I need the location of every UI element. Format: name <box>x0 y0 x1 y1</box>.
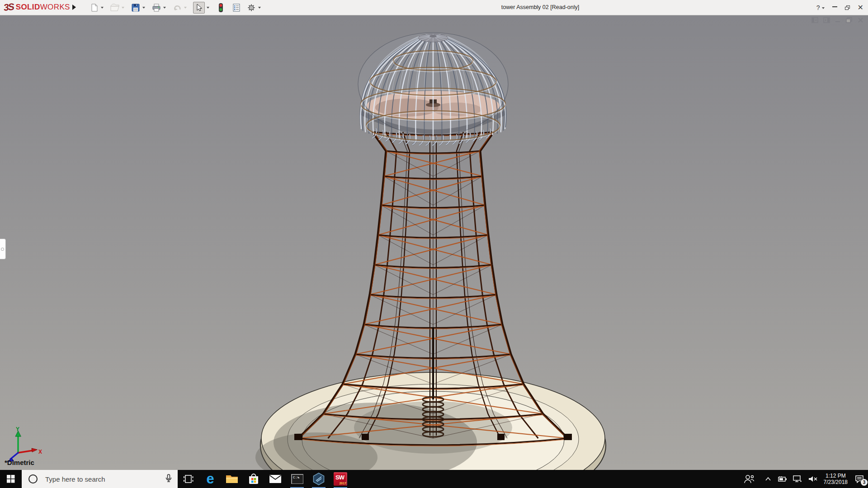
save-button[interactable] <box>130 2 150 14</box>
undo-button <box>172 2 191 14</box>
people-icon <box>744 474 755 483</box>
mail-icon <box>269 474 282 483</box>
document-title: tower Assembly 02 [Read-only] <box>501 4 579 10</box>
open-dropdown <box>122 7 124 9</box>
file-explorer-button[interactable] <box>221 470 243 488</box>
print-dropdown[interactable] <box>163 7 166 9</box>
command-prompt-icon: C:\ <box>291 474 303 484</box>
main-toolbar <box>89 0 267 15</box>
dassault-logo-mark: 3S <box>3 1 14 13</box>
file-properties-button[interactable] <box>231 2 242 14</box>
cortana-icon[interactable] <box>28 474 38 483</box>
network-button[interactable] <box>793 475 802 483</box>
search-placeholder: Type here to search <box>45 475 105 483</box>
task-view-icon <box>183 474 194 484</box>
help-dropdown[interactable] <box>822 7 825 9</box>
microsoft-store-button[interactable] <box>243 470 264 488</box>
edge-browser-button[interactable]: e <box>199 470 221 488</box>
select-cursor-icon <box>193 2 205 14</box>
toolbar-flyout-arrow[interactable] <box>72 5 76 10</box>
undo-icon <box>172 3 182 13</box>
triad-x-label: X <box>38 449 42 455</box>
options-dropdown[interactable] <box>258 7 261 9</box>
feature-manager-tab-dot <box>1 248 4 251</box>
viewport-minimize-icon[interactable] <box>835 17 841 23</box>
restore-icon <box>845 5 850 10</box>
close-button[interactable]: ✕ <box>858 3 863 12</box>
edge-icon: e <box>206 472 214 486</box>
network-icon <box>793 475 802 483</box>
system-tray: 1:12 PM 7/23/2018 3 <box>744 473 868 485</box>
microphone-icon[interactable] <box>165 474 172 484</box>
show-display-pane-icon[interactable] <box>823 17 830 23</box>
solidworks-logo: 3S SOLIDWORKS <box>4 2 70 13</box>
graphics-area[interactable]: Y X *Dimetric <box>0 15 868 470</box>
battery-icon <box>777 476 787 482</box>
edrawings-viewer-icon <box>312 473 325 485</box>
save-dropdown[interactable] <box>142 7 145 9</box>
save-floppy-icon <box>131 3 141 13</box>
new-document-button[interactable] <box>89 2 108 14</box>
rebuild-traffic-light-icon <box>216 3 226 13</box>
solidworks-2017-icon: SW 2017 <box>334 472 347 486</box>
start-button[interactable] <box>0 470 22 488</box>
taskbar-search[interactable]: Type here to search <box>22 470 178 488</box>
open-button[interactable] <box>109 2 129 14</box>
options-gear-icon <box>246 3 256 13</box>
new-document-icon <box>89 3 99 13</box>
select-tool-button[interactable] <box>193 1 214 14</box>
viewport-close-icon[interactable] <box>858 17 863 23</box>
select-dropdown[interactable] <box>207 7 209 9</box>
show-feature-pane-icon[interactable] <box>811 17 818 23</box>
print-button[interactable] <box>151 2 170 14</box>
undo-dropdown <box>184 7 187 9</box>
solidworks-logo-text: SOLIDWORKS <box>16 3 70 12</box>
solidworks-2017-button[interactable]: SW 2017 <box>330 470 351 488</box>
taskbar-clock[interactable]: 1:12 PM 7/23/2018 <box>824 473 848 485</box>
tray-date: 7/23/2018 <box>824 479 848 485</box>
file-explorer-icon <box>226 474 238 484</box>
microsoft-store-icon <box>248 473 259 485</box>
dome-cupola <box>358 33 508 142</box>
document-window-controls <box>811 17 863 23</box>
mail-button[interactable] <box>264 470 286 488</box>
tower-3d-model[interactable] <box>0 15 868 470</box>
feature-manager-collapsed-tab[interactable] <box>0 239 6 259</box>
rebuild-button[interactable] <box>215 2 226 14</box>
title-bar: 3S SOLIDWORKS <box>0 0 868 15</box>
restore-button[interactable] <box>845 5 850 10</box>
task-view-button[interactable] <box>178 470 199 488</box>
triad-y-label: Y <box>16 426 19 432</box>
taskbar-apps: e C:\ <box>178 470 351 488</box>
windows-logo-icon <box>7 475 15 483</box>
chevron-up-icon <box>765 477 771 481</box>
windows-taskbar: Type here to search e <box>0 470 868 488</box>
viewport-restore-icon[interactable] <box>846 17 853 23</box>
open-folder-icon <box>110 3 120 13</box>
people-button[interactable] <box>744 474 755 483</box>
volume-button[interactable] <box>808 475 818 483</box>
battery-button[interactable] <box>777 476 787 482</box>
edrawings-viewer-button[interactable] <box>308 470 330 488</box>
file-properties-icon <box>231 3 241 13</box>
tray-time: 1:12 PM <box>824 473 848 479</box>
volume-muted-icon <box>808 475 818 483</box>
notification-badge: 3 <box>861 479 868 486</box>
command-prompt-button[interactable]: C:\ <box>286 470 308 488</box>
options-button[interactable] <box>246 2 265 14</box>
hidden-icons-button[interactable] <box>765 477 771 481</box>
action-center-button[interactable]: 3 <box>854 473 865 485</box>
new-document-dropdown[interactable] <box>101 7 104 9</box>
view-orientation-label: *Dimetric <box>5 459 34 466</box>
help-button[interactable]: ? <box>816 4 825 11</box>
printer-icon <box>151 3 161 13</box>
minimize-icon <box>832 6 837 7</box>
